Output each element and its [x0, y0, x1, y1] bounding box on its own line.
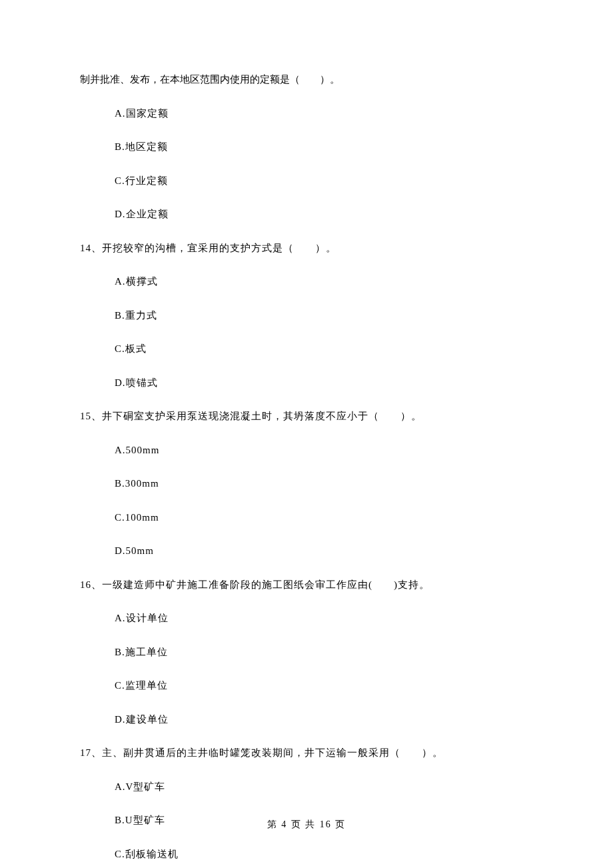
q14-option-d: D.喷锚式 — [80, 375, 533, 391]
q13-option-c: C.行业定额 — [80, 173, 533, 189]
q17-option-a: A.V型矿车 — [80, 779, 533, 795]
question-13-continuation: 制并批准、发布，在本地区范围内使用的定额是（ ）。 — [80, 72, 533, 87]
q13-option-a: A.国家定额 — [80, 106, 533, 121]
q17-option-c: C.刮板输送机 — [80, 847, 533, 862]
q16-option-b: B.施工单位 — [80, 645, 533, 660]
q14-option-c: C.板式 — [80, 341, 533, 357]
q14-option-a: A.横撑式 — [80, 274, 533, 289]
q15-option-a: A.500mm — [80, 443, 533, 458]
q16-option-d: D.建设单位 — [80, 712, 533, 727]
q13-option-d: D.企业定额 — [80, 207, 533, 222]
q15-option-b: B.300mm — [80, 476, 533, 491]
q13-option-b: B.地区定额 — [80, 139, 533, 155]
page-footer: 第 4 页 共 16 页 — [0, 819, 613, 831]
q14-option-b: B.重力式 — [80, 308, 533, 323]
q15-option-d: D.50mm — [80, 543, 533, 559]
question-15: 15、井下硐室支护采用泵送现浇混凝土时，其坍落度不应小于（ ）。 — [80, 409, 533, 424]
question-16: 16、一级建造师中矿井施工准备阶段的施工图纸会审工作应由( )支持。 — [80, 577, 533, 593]
q16-option-c: C.监理单位 — [80, 678, 533, 693]
q15-option-c: C.100mm — [80, 510, 533, 525]
question-14: 14、开挖较窄的沟槽，宜采用的支护方式是（ ）。 — [80, 241, 533, 256]
q16-option-a: A.设计单位 — [80, 611, 533, 626]
question-17: 17、主、副井贯通后的主井临时罐笼改装期间，井下运输一般采用（ ）。 — [80, 745, 533, 761]
